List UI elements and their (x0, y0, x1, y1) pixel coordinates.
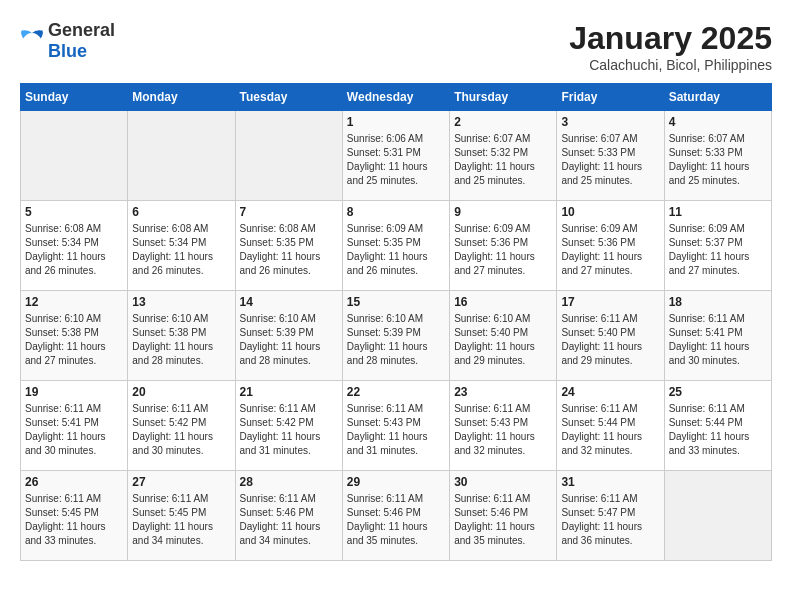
calendar-cell: 13Sunrise: 6:10 AM Sunset: 5:38 PM Dayli… (128, 291, 235, 381)
day-info: Sunrise: 6:09 AM Sunset: 5:35 PM Dayligh… (347, 222, 445, 278)
day-info: Sunrise: 6:11 AM Sunset: 5:40 PM Dayligh… (561, 312, 659, 368)
day-info: Sunrise: 6:11 AM Sunset: 5:42 PM Dayligh… (132, 402, 230, 458)
weekday-header-wednesday: Wednesday (342, 84, 449, 111)
calendar-week-1: 1Sunrise: 6:06 AM Sunset: 5:31 PM Daylig… (21, 111, 772, 201)
day-info: Sunrise: 6:10 AM Sunset: 5:38 PM Dayligh… (25, 312, 123, 368)
calendar-cell: 24Sunrise: 6:11 AM Sunset: 5:44 PM Dayli… (557, 381, 664, 471)
calendar-cell: 22Sunrise: 6:11 AM Sunset: 5:43 PM Dayli… (342, 381, 449, 471)
calendar-cell: 19Sunrise: 6:11 AM Sunset: 5:41 PM Dayli… (21, 381, 128, 471)
logo: General Blue (20, 20, 115, 62)
weekday-header-sunday: Sunday (21, 84, 128, 111)
day-number: 5 (25, 205, 123, 219)
day-number: 9 (454, 205, 552, 219)
day-number: 18 (669, 295, 767, 309)
day-info: Sunrise: 6:11 AM Sunset: 5:44 PM Dayligh… (669, 402, 767, 458)
calendar-cell (235, 111, 342, 201)
day-info: Sunrise: 6:11 AM Sunset: 5:43 PM Dayligh… (347, 402, 445, 458)
calendar-cell: 25Sunrise: 6:11 AM Sunset: 5:44 PM Dayli… (664, 381, 771, 471)
day-info: Sunrise: 6:11 AM Sunset: 5:46 PM Dayligh… (454, 492, 552, 548)
page-header: General Blue January 2025 Calachuchi, Bi… (20, 20, 772, 73)
day-number: 22 (347, 385, 445, 399)
day-info: Sunrise: 6:08 AM Sunset: 5:34 PM Dayligh… (25, 222, 123, 278)
day-number: 8 (347, 205, 445, 219)
day-number: 2 (454, 115, 552, 129)
calendar-cell: 30Sunrise: 6:11 AM Sunset: 5:46 PM Dayli… (450, 471, 557, 561)
calendar-cell: 21Sunrise: 6:11 AM Sunset: 5:42 PM Dayli… (235, 381, 342, 471)
calendar-cell: 3Sunrise: 6:07 AM Sunset: 5:33 PM Daylig… (557, 111, 664, 201)
day-info: Sunrise: 6:11 AM Sunset: 5:46 PM Dayligh… (240, 492, 338, 548)
calendar-cell: 28Sunrise: 6:11 AM Sunset: 5:46 PM Dayli… (235, 471, 342, 561)
calendar-cell: 8Sunrise: 6:09 AM Sunset: 5:35 PM Daylig… (342, 201, 449, 291)
day-number: 16 (454, 295, 552, 309)
day-info: Sunrise: 6:09 AM Sunset: 5:37 PM Dayligh… (669, 222, 767, 278)
calendar-cell: 26Sunrise: 6:11 AM Sunset: 5:45 PM Dayli… (21, 471, 128, 561)
day-number: 21 (240, 385, 338, 399)
location-title: Calachuchi, Bicol, Philippines (569, 57, 772, 73)
calendar-cell: 5Sunrise: 6:08 AM Sunset: 5:34 PM Daylig… (21, 201, 128, 291)
day-info: Sunrise: 6:09 AM Sunset: 5:36 PM Dayligh… (454, 222, 552, 278)
calendar-cell: 1Sunrise: 6:06 AM Sunset: 5:31 PM Daylig… (342, 111, 449, 201)
calendar-cell: 7Sunrise: 6:08 AM Sunset: 5:35 PM Daylig… (235, 201, 342, 291)
day-info: Sunrise: 6:11 AM Sunset: 5:45 PM Dayligh… (25, 492, 123, 548)
calendar-week-3: 12Sunrise: 6:10 AM Sunset: 5:38 PM Dayli… (21, 291, 772, 381)
day-info: Sunrise: 6:06 AM Sunset: 5:31 PM Dayligh… (347, 132, 445, 188)
day-info: Sunrise: 6:11 AM Sunset: 5:41 PM Dayligh… (669, 312, 767, 368)
day-info: Sunrise: 6:08 AM Sunset: 5:35 PM Dayligh… (240, 222, 338, 278)
calendar-cell: 15Sunrise: 6:10 AM Sunset: 5:39 PM Dayli… (342, 291, 449, 381)
day-info: Sunrise: 6:08 AM Sunset: 5:34 PM Dayligh… (132, 222, 230, 278)
day-number: 23 (454, 385, 552, 399)
day-info: Sunrise: 6:07 AM Sunset: 5:32 PM Dayligh… (454, 132, 552, 188)
day-number: 14 (240, 295, 338, 309)
calendar-cell: 10Sunrise: 6:09 AM Sunset: 5:36 PM Dayli… (557, 201, 664, 291)
day-number: 26 (25, 475, 123, 489)
calendar-cell: 11Sunrise: 6:09 AM Sunset: 5:37 PM Dayli… (664, 201, 771, 291)
calendar-cell: 6Sunrise: 6:08 AM Sunset: 5:34 PM Daylig… (128, 201, 235, 291)
logo-text: General Blue (48, 20, 115, 62)
calendar-cell: 18Sunrise: 6:11 AM Sunset: 5:41 PM Dayli… (664, 291, 771, 381)
day-number: 4 (669, 115, 767, 129)
day-info: Sunrise: 6:11 AM Sunset: 5:45 PM Dayligh… (132, 492, 230, 548)
calendar-cell: 4Sunrise: 6:07 AM Sunset: 5:33 PM Daylig… (664, 111, 771, 201)
calendar-cell (21, 111, 128, 201)
day-info: Sunrise: 6:11 AM Sunset: 5:43 PM Dayligh… (454, 402, 552, 458)
day-info: Sunrise: 6:10 AM Sunset: 5:39 PM Dayligh… (240, 312, 338, 368)
weekday-header-tuesday: Tuesday (235, 84, 342, 111)
calendar-week-2: 5Sunrise: 6:08 AM Sunset: 5:34 PM Daylig… (21, 201, 772, 291)
day-number: 30 (454, 475, 552, 489)
weekday-header-thursday: Thursday (450, 84, 557, 111)
month-title: January 2025 (569, 20, 772, 57)
weekday-header-saturday: Saturday (664, 84, 771, 111)
calendar-cell: 9Sunrise: 6:09 AM Sunset: 5:36 PM Daylig… (450, 201, 557, 291)
day-number: 13 (132, 295, 230, 309)
day-number: 27 (132, 475, 230, 489)
day-info: Sunrise: 6:07 AM Sunset: 5:33 PM Dayligh… (561, 132, 659, 188)
calendar-cell: 14Sunrise: 6:10 AM Sunset: 5:39 PM Dayli… (235, 291, 342, 381)
title-area: January 2025 Calachuchi, Bicol, Philippi… (569, 20, 772, 73)
calendar-cell: 27Sunrise: 6:11 AM Sunset: 5:45 PM Dayli… (128, 471, 235, 561)
weekday-header-monday: Monday (128, 84, 235, 111)
calendar-table: SundayMondayTuesdayWednesdayThursdayFrid… (20, 83, 772, 561)
day-info: Sunrise: 6:11 AM Sunset: 5:47 PM Dayligh… (561, 492, 659, 548)
day-number: 28 (240, 475, 338, 489)
day-info: Sunrise: 6:11 AM Sunset: 5:44 PM Dayligh… (561, 402, 659, 458)
logo-icon (20, 29, 44, 53)
day-number: 12 (25, 295, 123, 309)
calendar-cell: 2Sunrise: 6:07 AM Sunset: 5:32 PM Daylig… (450, 111, 557, 201)
day-info: Sunrise: 6:10 AM Sunset: 5:39 PM Dayligh… (347, 312, 445, 368)
logo-blue: Blue (48, 41, 87, 61)
day-number: 20 (132, 385, 230, 399)
logo-general: General (48, 20, 115, 40)
calendar-cell: 23Sunrise: 6:11 AM Sunset: 5:43 PM Dayli… (450, 381, 557, 471)
calendar-week-5: 26Sunrise: 6:11 AM Sunset: 5:45 PM Dayli… (21, 471, 772, 561)
calendar-cell: 12Sunrise: 6:10 AM Sunset: 5:38 PM Dayli… (21, 291, 128, 381)
day-number: 3 (561, 115, 659, 129)
day-info: Sunrise: 6:09 AM Sunset: 5:36 PM Dayligh… (561, 222, 659, 278)
day-info: Sunrise: 6:11 AM Sunset: 5:42 PM Dayligh… (240, 402, 338, 458)
calendar-week-4: 19Sunrise: 6:11 AM Sunset: 5:41 PM Dayli… (21, 381, 772, 471)
day-number: 7 (240, 205, 338, 219)
day-number: 15 (347, 295, 445, 309)
day-number: 17 (561, 295, 659, 309)
day-info: Sunrise: 6:10 AM Sunset: 5:38 PM Dayligh… (132, 312, 230, 368)
calendar-cell: 17Sunrise: 6:11 AM Sunset: 5:40 PM Dayli… (557, 291, 664, 381)
calendar-cell: 16Sunrise: 6:10 AM Sunset: 5:40 PM Dayli… (450, 291, 557, 381)
